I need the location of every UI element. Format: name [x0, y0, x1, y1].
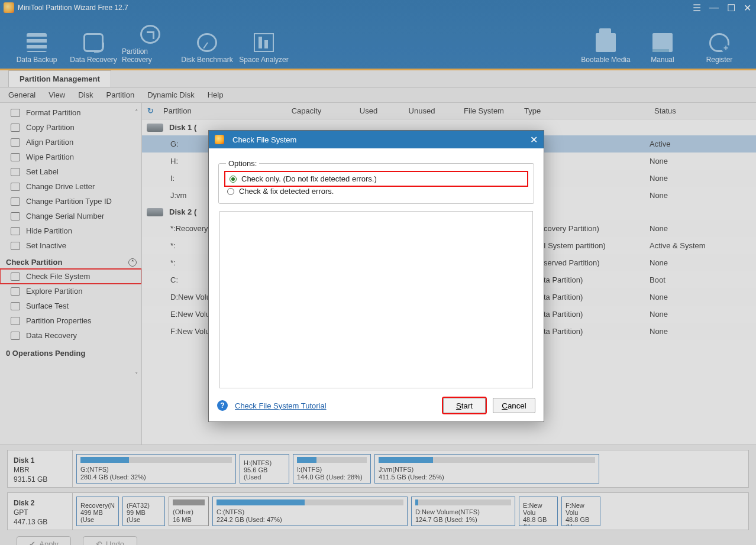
- cancel-button[interactable]: Cancel: [493, 398, 535, 413]
- check-file-system-dialog: Check File System ✕ Options: Check only.…: [208, 130, 544, 422]
- dialog-icon: [215, 135, 224, 144]
- chevron-up-icon[interactable]: ˄: [135, 109, 138, 116]
- tutorial-link[interactable]: Check File System Tutorial: [235, 401, 327, 410]
- dialog-title: Check File System: [232, 135, 296, 144]
- radio-icon: [227, 188, 234, 195]
- help-icon[interactable]: ?: [217, 400, 228, 411]
- radio-check-fix[interactable]: Check & fix detected errors.: [226, 185, 526, 197]
- chevron-down-icon[interactable]: ˅: [135, 371, 138, 379]
- dialog-close-icon[interactable]: ✕: [530, 134, 538, 145]
- radio-check-only[interactable]: Check only. (Do not fix detected errors.…: [226, 173, 526, 185]
- radio-icon: [230, 176, 237, 183]
- log-area: [219, 211, 533, 388]
- options-legend: Options:: [226, 159, 259, 168]
- start-button[interactable]: Start: [443, 398, 486, 413]
